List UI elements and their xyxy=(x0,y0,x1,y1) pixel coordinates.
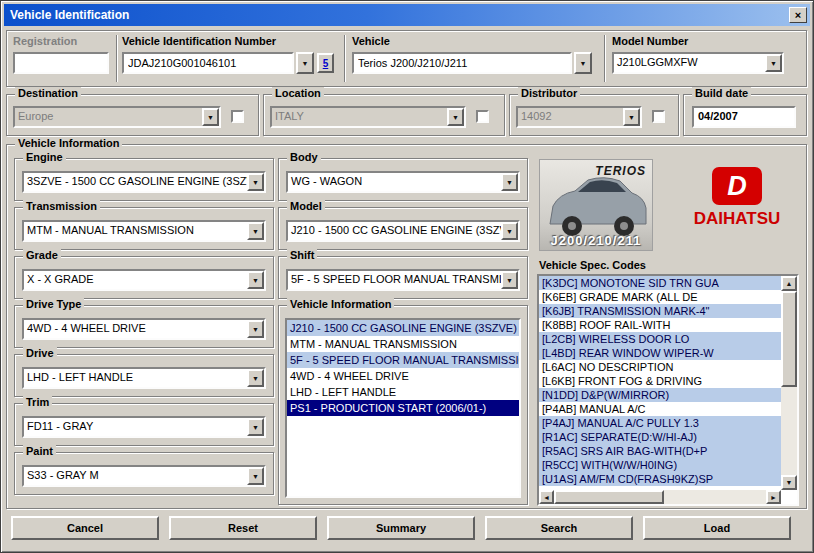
chevron-down-icon[interactable]: ▼ xyxy=(247,173,264,191)
body-combo[interactable]: WG - WAGON ▼ xyxy=(286,171,520,193)
scroll-down-button[interactable]: ▼ xyxy=(781,475,797,490)
vehicle-information-legend: Vehicle Information xyxy=(15,137,122,149)
chevron-down-icon[interactable]: ▼ xyxy=(501,173,518,191)
cancel-button[interactable]: Cancel xyxy=(11,516,159,540)
paint-combo[interactable]: S33 - GRAY M ▼ xyxy=(22,465,266,487)
spec-code-item[interactable]: [R5CC] WITH(W/W/H0ING) xyxy=(539,458,781,472)
vehicle-info-list-item[interactable]: LHD - LEFT HANDLE xyxy=(287,384,519,400)
spec-code-item[interactable]: [L4BD] REAR WINDOW WIPER-W xyxy=(539,346,781,360)
transmission-group: Transmission MTM - MANUAL TRANSMISSION ▼ xyxy=(14,207,274,250)
engine-group: Engine 3SZVE - 1500 CC GASOLINE ENGINE (… xyxy=(14,158,274,201)
vehicle-info-list-item[interactable]: J210 - 1500 CC GASOLINE ENGINE (3SZVE) 4… xyxy=(287,320,519,336)
destination-label: Destination xyxy=(15,87,81,99)
spec-code-item[interactable]: [L6AC] NO DESCRIPTION xyxy=(539,360,781,374)
spec-code-item[interactable]: [R1AC] SEPARATE(D:W/HI-AJ) xyxy=(539,430,781,444)
load-button[interactable]: Load xyxy=(643,516,791,540)
body-group: Body WG - WAGON ▼ xyxy=(278,158,528,201)
spec-code-item[interactable]: [N1DD] D&P(W/MIRROR) xyxy=(539,388,781,402)
vehicle-photo: TERIOS J200/210/211 xyxy=(539,159,653,251)
spec-codes-rows: [K3DC] MONOTONE SID TRN GUA[K6EB] GRADE … xyxy=(539,276,781,490)
chevron-down-icon[interactable]: ▼ xyxy=(247,222,264,240)
model-number-combo[interactable]: J210LGGMXFW ▼ xyxy=(612,52,784,74)
drive-group: Drive LHD - LEFT HANDLE ▼ xyxy=(14,354,274,397)
drive-type-combo[interactable]: 4WD - 4 WHEEL DRIVE ▼ xyxy=(22,318,266,340)
chevron-down-icon: ▼ xyxy=(202,108,219,126)
grade-combo[interactable]: X - X GRADE ▼ xyxy=(22,269,266,291)
model-value: J210 - 1500 CC GASOLINE ENGINE (3SZVE) xyxy=(288,222,501,240)
vehicle-info-list[interactable]: J210 - 1500 CC GASOLINE ENGINE (3SZVE) 4… xyxy=(285,318,521,498)
chevron-down-icon[interactable]: ▼ xyxy=(765,54,782,72)
transmission-value: MTM - MANUAL TRANSMISSION xyxy=(24,222,247,240)
spec-code-item[interactable]: [K6EB] GRADE MARK (ALL DE xyxy=(539,290,781,304)
paint-value: S33 - GRAY M xyxy=(24,467,247,485)
spec-code-item[interactable]: [K3DC] MONOTONE SID TRN GUA xyxy=(539,276,781,290)
search-button[interactable]: Search xyxy=(485,516,633,540)
vin-dropdown-button[interactable]: ▼ xyxy=(296,52,314,74)
close-icon[interactable]: × xyxy=(789,7,807,23)
grade-value: X - X GRADE xyxy=(24,271,247,289)
scroll-up-button[interactable]: ▲ xyxy=(781,276,797,291)
distributor-group: Distributor 14092 ▼ xyxy=(509,94,679,136)
chevron-down-icon[interactable]: ▼ xyxy=(247,467,264,485)
vehicle-info-list-item[interactable]: PS1 - PRODUCTION START (2006/01-) xyxy=(287,400,519,416)
summary-button[interactable]: Summary xyxy=(327,516,475,540)
chevron-down-icon[interactable]: ▼ xyxy=(247,369,264,387)
trim-combo[interactable]: FD11 - GRAY ▼ xyxy=(22,416,266,438)
shift-combo[interactable]: 5F - 5 SPEED FLOOR MANUAL TRANSMISS ▼ xyxy=(286,269,520,291)
spec-code-item[interactable]: [L6KB] FRONT FOG & DRIVING xyxy=(539,374,781,388)
vehicle-info-list-item[interactable]: 4WD - 4 WHEEL DRIVE xyxy=(287,368,519,384)
vehicle-dropdown-button[interactable]: ▼ xyxy=(574,52,592,74)
spec-code-item[interactable]: [L2CB] WIRELESS DOOR LO xyxy=(539,332,781,346)
spec-code-item[interactable]: [R5AC] SRS AIR BAG-WITH(D+P xyxy=(539,444,781,458)
spec-code-item[interactable]: [P4AB] MANUAL A/C xyxy=(539,402,781,416)
chevron-down-icon: ▼ xyxy=(580,60,587,67)
daihatsu-emblem-icon: D xyxy=(712,167,762,205)
build-date-label: Build date xyxy=(692,87,751,99)
car-image-caption: J200/210/211 xyxy=(540,233,652,248)
vehicle-info-list-item[interactable]: MTM - MANUAL TRANSMISSION xyxy=(287,336,519,352)
engine-combo[interactable]: 3SZVE - 1500 CC GASOLINE ENGINE (3SZV ▼ xyxy=(22,171,266,193)
chevron-down-icon[interactable]: ▼ xyxy=(247,271,264,289)
spec-code-item[interactable]: [K8BB] ROOF RAIL-WITH xyxy=(539,318,781,332)
spec-codes-listbox[interactable]: [K3DC] MONOTONE SID TRN GUA[K6EB] GRADE … xyxy=(537,274,799,506)
scroll-right-button[interactable]: ► xyxy=(766,490,781,504)
vin-label: Vehicle Identification Number xyxy=(122,35,276,47)
spec-codes-hscrollbar[interactable]: ◄ ► xyxy=(539,490,781,504)
chevron-down-icon[interactable]: ▼ xyxy=(247,418,264,436)
scroll-left-button[interactable]: ◄ xyxy=(539,490,554,504)
location-checkbox[interactable] xyxy=(476,110,489,123)
drive-type-group: Drive Type 4WD - 4 WHEEL DRIVE ▼ xyxy=(14,305,274,348)
chevron-down-icon: ▼ xyxy=(447,108,464,126)
drive-value: LHD - LEFT HANDLE xyxy=(24,369,247,387)
vin-input[interactable] xyxy=(122,52,294,74)
vehicle-info-list-item[interactable]: 5F - 5 SPEED FLOOR MANUAL TRANSMISSION xyxy=(287,352,519,368)
distributor-value: 14092 xyxy=(518,108,623,126)
separator xyxy=(604,35,606,82)
chevron-down-icon[interactable]: ▼ xyxy=(501,222,518,240)
model-combo[interactable]: J210 - 1500 CC GASOLINE ENGINE (3SZVE) ▼ xyxy=(286,220,520,242)
spec-codes-vscrollbar[interactable]: ▲ ▼ xyxy=(781,276,797,490)
registration-input[interactable] xyxy=(13,52,109,74)
spec-code-item[interactable]: [U1AS] AM/FM CD(FRASH9KZ)SP xyxy=(539,472,781,486)
transmission-combo[interactable]: MTM - MANUAL TRANSMISSION ▼ xyxy=(22,220,266,242)
chevron-down-icon[interactable]: ▼ xyxy=(247,320,264,338)
identification-panel: Registration Vehicle Identification Numb… xyxy=(6,30,807,87)
chevron-down-icon[interactable]: ▼ xyxy=(501,271,518,289)
location-label: Location xyxy=(272,87,324,99)
drive-combo[interactable]: LHD - LEFT HANDLE ▼ xyxy=(22,367,266,389)
separator xyxy=(344,35,346,82)
distributor-checkbox[interactable] xyxy=(652,110,665,123)
drive-type-label: Drive Type xyxy=(23,298,84,310)
destination-checkbox[interactable] xyxy=(231,110,244,123)
spec-code-item[interactable]: [K6JB] TRANSMISSION MARK-4" xyxy=(539,304,781,318)
vscroll-thumb[interactable] xyxy=(781,291,797,387)
destination-value: Europe xyxy=(15,108,202,126)
hscroll-thumb[interactable] xyxy=(554,490,664,504)
title-bar[interactable]: Vehicle Identification × xyxy=(4,4,810,26)
vin-lookup-button[interactable]: 5 xyxy=(317,53,334,73)
distributor-label: Distributor xyxy=(518,87,580,99)
spec-code-item[interactable]: [P4AJ] MANUAL A/C PULLY 1.3 xyxy=(539,416,781,430)
vehicle-identification-dialog: Vehicle Identification × Registration Ve… xyxy=(0,0,814,553)
reset-button[interactable]: Reset xyxy=(169,516,317,540)
vehicle-input[interactable] xyxy=(352,52,572,74)
